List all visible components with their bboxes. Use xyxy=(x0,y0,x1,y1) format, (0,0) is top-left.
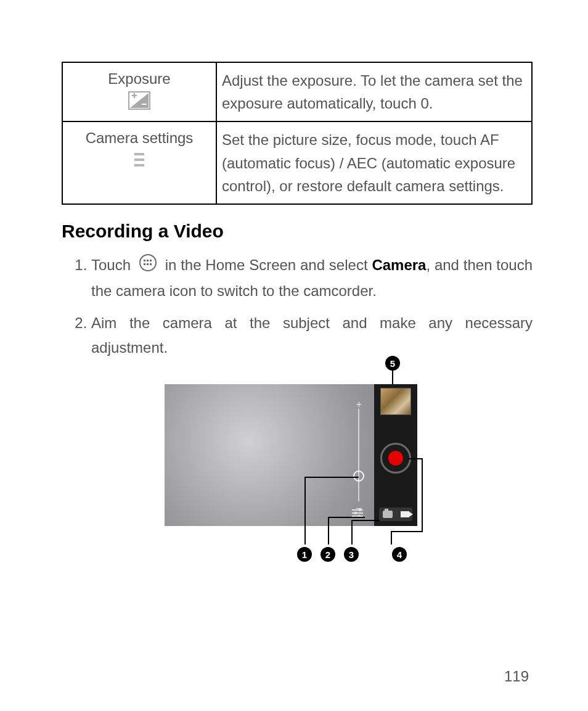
svg-rect-7 xyxy=(134,164,144,166)
camera-sidebar xyxy=(374,384,417,526)
page-number: 119 xyxy=(504,668,529,685)
callout-line xyxy=(328,517,365,518)
callout-row: 1 2 3 4 xyxy=(297,547,407,562)
callout-marker: 3 xyxy=(344,547,359,562)
zoom-slider-handle xyxy=(353,471,364,482)
svg-rect-3 xyxy=(134,93,135,98)
svg-rect-11 xyxy=(150,260,152,261)
mode-toggle xyxy=(379,508,412,521)
callout-line xyxy=(391,531,392,545)
callout-marker: 1 xyxy=(297,547,312,562)
step1-bold: Camera xyxy=(372,257,426,273)
callout-line xyxy=(422,458,423,531)
camera-mode-icon xyxy=(383,511,393,518)
table-cell-desc: Set the picture size, focus mode, touch … xyxy=(216,121,532,204)
svg-rect-9 xyxy=(144,260,145,261)
step1-text-a: Touch xyxy=(91,257,135,273)
callout-line xyxy=(328,517,329,545)
settings-sliders-icon xyxy=(68,150,211,169)
callout-line xyxy=(392,371,393,384)
camera-settings-label: Camera settings xyxy=(86,129,194,146)
section-heading: Recording a Video xyxy=(62,221,533,242)
svg-point-8 xyxy=(140,255,156,271)
callout-marker: 5 xyxy=(385,356,400,371)
step1-text-b: in the Home Screen and select xyxy=(165,257,372,273)
svg-rect-12 xyxy=(144,263,145,265)
gallery-thumbnail xyxy=(380,388,411,415)
callout-line xyxy=(351,526,353,545)
exposure-label: Exposure xyxy=(108,70,170,87)
callout-line xyxy=(391,531,423,532)
camcorder-figure: 5 + – xyxy=(165,384,430,526)
svg-rect-18 xyxy=(359,509,361,511)
table-cell-label: Camera settings xyxy=(62,121,216,204)
record-dot-icon xyxy=(388,451,403,466)
table-cell-label: Exposure xyxy=(62,62,216,121)
list-item: Aim the camera at the subject and make a… xyxy=(91,311,533,360)
svg-rect-13 xyxy=(147,263,149,265)
exposure-icon xyxy=(68,91,211,110)
apps-grid-icon xyxy=(139,253,157,279)
callout-line xyxy=(351,520,353,526)
steps-list: Touch in the Home Screen and select Came… xyxy=(62,253,533,360)
svg-rect-5 xyxy=(134,153,144,155)
video-mode-icon xyxy=(401,511,409,517)
callout-line xyxy=(304,477,306,545)
svg-rect-4 xyxy=(142,104,147,105)
table-row: Exposure Adjust the exposure. To let the… xyxy=(62,62,532,121)
callout-marker: 4 xyxy=(392,547,407,562)
list-item: Touch in the Home Screen and select Came… xyxy=(91,253,533,303)
zoom-slider-track xyxy=(358,409,359,501)
record-button xyxy=(380,443,411,474)
table-row: Camera settings Set the picture size, fo… xyxy=(62,121,532,204)
callout-marker: 2 xyxy=(321,547,335,562)
svg-rect-10 xyxy=(147,260,149,261)
callout-line xyxy=(408,458,422,459)
viewfinder-settings-icon xyxy=(352,508,363,521)
table-cell-desc: Adjust the exposure. To let the camera s… xyxy=(216,62,532,121)
svg-rect-6 xyxy=(134,158,144,161)
settings-table: Exposure Adjust the exposure. To let the… xyxy=(62,62,533,205)
svg-rect-14 xyxy=(150,263,152,265)
callout-line xyxy=(304,477,359,478)
svg-rect-19 xyxy=(354,512,357,514)
camera-viewfinder: + – xyxy=(165,384,374,526)
callout-line xyxy=(351,520,380,521)
